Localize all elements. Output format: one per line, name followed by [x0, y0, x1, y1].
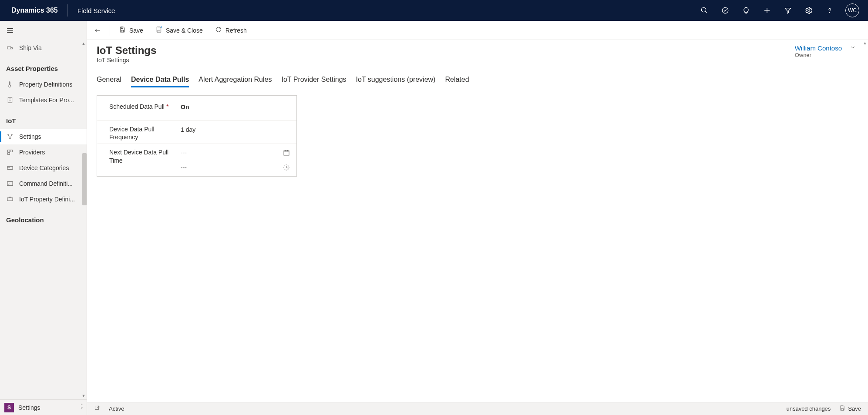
- filter-icon[interactable]: [777, 0, 798, 21]
- svg-rect-25: [7, 181, 13, 185]
- owner-block[interactable]: William Contoso Owner: [795, 44, 846, 58]
- svg-rect-11: [7, 47, 11, 49]
- tab-iot-provider-settings[interactable]: IoT Provider Settings: [281, 73, 346, 87]
- sidebar-item-label: IoT Property Defini...: [19, 196, 75, 203]
- tab-device-data-pulls[interactable]: Device Data Pulls: [131, 73, 189, 87]
- sidebar-item-templates[interactable]: Templates For Pro...: [0, 92, 87, 108]
- lightbulb-icon[interactable]: [736, 0, 757, 21]
- sidebar-item-iot-property-definitions[interactable]: IoT Property Defini...: [0, 191, 87, 207]
- save-button[interactable]: Save: [114, 21, 148, 40]
- svg-point-2: [722, 7, 728, 13]
- device-categories-icon: [6, 164, 14, 172]
- sidebar-scrollbar-thumb[interactable]: [82, 153, 87, 205]
- providers-icon: [6, 148, 14, 156]
- svg-point-16: [8, 134, 9, 136]
- template-icon: [6, 96, 14, 104]
- sidebar-item-iot-settings[interactable]: Settings: [0, 129, 87, 144]
- statusbar-save-label: Save: [848, 405, 861, 412]
- shipvia-icon: [6, 44, 14, 52]
- svg-line-19: [8, 135, 10, 137]
- sidebar-group-iot: IoT: [0, 114, 87, 127]
- tab-related[interactable]: Related: [445, 73, 469, 87]
- clock-icon[interactable]: [283, 164, 290, 171]
- owner-label: Owner: [795, 52, 842, 58]
- page-subtitle: IoT Settings: [97, 57, 156, 64]
- svg-rect-23: [8, 153, 10, 155]
- area-badge: S: [4, 403, 14, 412]
- sidebar: ▲ Ship Via Asset Properties Property Def…: [0, 21, 87, 415]
- task-icon[interactable]: [715, 0, 736, 21]
- refresh-icon: [215, 26, 222, 34]
- header-divider: [67, 4, 68, 17]
- thermometer-icon: [6, 80, 14, 88]
- sidebar-item-label: Ship Via: [19, 44, 42, 51]
- tab-general[interactable]: General: [97, 73, 121, 87]
- sidebar-item-property-definitions[interactable]: Property Definitions: [0, 77, 87, 92]
- scheduled-data-pull-value[interactable]: On: [181, 104, 189, 110]
- svg-rect-39: [841, 408, 844, 410]
- main-scroll-up[interactable]: ▲: [862, 41, 868, 45]
- sidebar-item-device-categories[interactable]: Device Categories: [0, 160, 87, 176]
- svg-line-1: [705, 11, 707, 13]
- help-icon[interactable]: [819, 0, 840, 21]
- next-pull-time-input[interactable]: [181, 164, 279, 171]
- unsaved-changes-label: unsaved changes: [786, 405, 831, 412]
- row-next-pull-time: Next Device Data Pull Time: [97, 144, 296, 174]
- command-icon: [6, 180, 14, 187]
- svg-rect-28: [121, 30, 123, 32]
- save-close-button[interactable]: Save & Close: [150, 21, 208, 40]
- header-expand-button[interactable]: [846, 44, 859, 50]
- tab-alert-aggregation[interactable]: Alert Aggregation Rules: [198, 73, 272, 87]
- user-avatar[interactable]: WC: [845, 3, 859, 17]
- required-marker: *: [166, 103, 168, 110]
- sidebar-group-geolocation: Geolocation: [0, 213, 87, 226]
- search-icon[interactable]: [694, 0, 715, 21]
- arrow-left-icon: [94, 27, 101, 34]
- product-logo[interactable]: Dynamics 365: [3, 7, 66, 14]
- row-scheduled-data-pull: Scheduled Data Pull * On: [97, 98, 296, 121]
- tab-bar: General Device Data Pulls Alert Aggregat…: [97, 73, 859, 87]
- add-icon[interactable]: [757, 0, 777, 21]
- iot-property-icon: [6, 195, 14, 203]
- back-button[interactable]: [89, 21, 106, 40]
- sidebar-item-label: Property Definitions: [19, 81, 72, 88]
- tab-iot-suggestions[interactable]: IoT suggestions (preview): [356, 73, 436, 87]
- svg-rect-30: [158, 30, 160, 32]
- svg-point-0: [701, 7, 706, 12]
- next-pull-date-input[interactable]: [181, 149, 279, 156]
- sidebar-item-label: Providers: [19, 149, 45, 156]
- hamburger-icon[interactable]: [0, 21, 87, 40]
- sidebar-item-label: Device Categories: [19, 164, 69, 171]
- save-icon: [839, 405, 845, 412]
- app-name[interactable]: Field Service: [70, 7, 123, 14]
- row-data-pull-frequency: Device Data Pull Frequency 1 day: [97, 121, 296, 144]
- gear-icon[interactable]: [798, 0, 819, 21]
- refresh-label: Refresh: [225, 27, 247, 34]
- svg-line-20: [10, 135, 12, 137]
- field-label: Scheduled Data Pull: [109, 103, 165, 110]
- svg-point-6: [808, 10, 810, 12]
- sidebar-scroll-down[interactable]: ▼: [81, 392, 87, 399]
- popout-icon[interactable]: [94, 405, 100, 412]
- sidebar-item-shipvia[interactable]: Ship Via: [0, 40, 87, 56]
- svg-point-18: [10, 138, 11, 139]
- calendar-icon[interactable]: [283, 149, 290, 156]
- svg-line-38: [97, 406, 99, 408]
- sidebar-group-asset-properties: Asset Properties: [0, 62, 87, 75]
- global-header: Dynamics 365 Field Service WC: [0, 0, 868, 21]
- owner-link[interactable]: William Contoso: [795, 44, 842, 52]
- refresh-button[interactable]: Refresh: [210, 21, 252, 40]
- main-area: Save Save & Close Refresh ▲ IoT Settings…: [87, 21, 868, 415]
- svg-rect-26: [7, 198, 13, 201]
- sidebar-item-label: Templates For Pro...: [19, 97, 74, 104]
- status-bar: Active unsaved changes Save: [87, 402, 868, 415]
- form-card: Scheduled Data Pull * On Device Data Pul…: [97, 95, 297, 177]
- statusbar-save-button[interactable]: Save: [839, 405, 861, 412]
- area-label: Settings: [18, 404, 40, 411]
- settings-icon: [6, 133, 14, 141]
- sidebar-item-providers[interactable]: Providers: [0, 144, 87, 160]
- sidebar-area-switcher[interactable]: S Settings ˄˅: [0, 399, 87, 415]
- record-status: Active: [109, 405, 124, 412]
- sidebar-item-command-definitions[interactable]: Command Definiti...: [0, 176, 87, 191]
- data-pull-frequency-value[interactable]: 1 day: [181, 126, 195, 133]
